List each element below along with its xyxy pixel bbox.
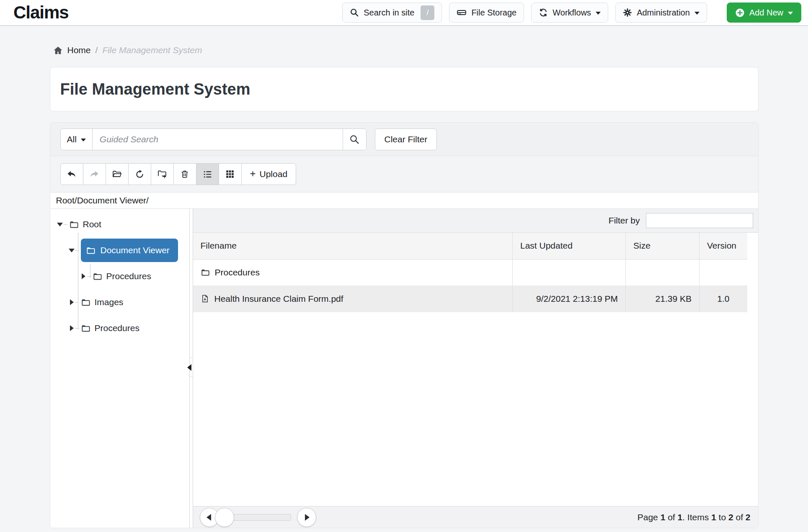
- file-last-updated: [513, 259, 626, 285]
- back-arrow-icon: [67, 169, 77, 179]
- file-storage-label: File Storage: [471, 8, 516, 18]
- grid-view-button[interactable]: [219, 163, 242, 185]
- forward-button[interactable]: [83, 163, 106, 185]
- right-arrow-icon: [305, 514, 310, 521]
- forward-arrow-icon: [89, 169, 99, 179]
- file-table: Filename Last Updated Size Version: [193, 233, 747, 312]
- tree-item-procedures[interactable]: Procedures: [57, 315, 189, 341]
- list-view-button[interactable]: [196, 163, 219, 185]
- tree-connector-stub: [75, 328, 79, 329]
- tree-expand-caret-icon[interactable]: [69, 325, 75, 331]
- file-table-area: Filename Last Updated Size Version: [193, 233, 758, 506]
- tree-item-procedures-child[interactable]: Procedures: [57, 263, 189, 289]
- search-in-site-button[interactable]: Search in site /: [342, 3, 442, 23]
- search-in-site-label: Search in site: [364, 8, 414, 18]
- upload-label: Upload: [260, 169, 288, 179]
- column-header-size[interactable]: Size: [626, 233, 700, 259]
- breadcrumb: Home / File Management System: [53, 45, 755, 55]
- trash-icon: [180, 170, 189, 179]
- refresh-button[interactable]: [128, 163, 151, 185]
- tree-connector-stub: [75, 302, 79, 303]
- file-storage-button[interactable]: File Storage: [449, 3, 524, 23]
- splitter-tick: [190, 357, 193, 358]
- plus-circle-icon: [735, 8, 745, 18]
- breadcrumb-home-link[interactable]: Home: [67, 45, 91, 55]
- column-header-version[interactable]: Version: [700, 233, 747, 259]
- current-path-bar: Root/Document Viewer/: [50, 192, 758, 209]
- guided-search-input[interactable]: [93, 129, 343, 150]
- upload-button[interactable]: + Upload: [241, 163, 297, 185]
- search-scope-value: All: [67, 134, 77, 144]
- file-size: [626, 259, 700, 285]
- file-name: Health Insurance Claim Form.pdf: [214, 294, 343, 304]
- open-folder-button[interactable]: [106, 163, 129, 185]
- current-path: Root/Document Viewer/: [56, 195, 149, 206]
- collapse-panel-handle-icon[interactable]: [187, 364, 191, 371]
- column-header-last-updated[interactable]: Last Updated: [513, 233, 626, 259]
- workflows-menu-button[interactable]: Workflows: [531, 3, 608, 23]
- top-navigation-bar: Claims Search in site / File Storage Wor…: [0, 0, 808, 26]
- search-input-group: All: [60, 129, 367, 150]
- guided-search-bar: All Clear Filter: [50, 123, 758, 156]
- tree-item-label: Images: [95, 297, 124, 307]
- gear-icon: [623, 8, 632, 17]
- column-header-filename[interactable]: Filename: [193, 233, 513, 259]
- scrollbar-track[interactable]: [227, 514, 291, 521]
- open-folder-icon: [112, 169, 122, 179]
- file-version: 1.0: [700, 285, 747, 312]
- tree-expand-caret-icon[interactable]: [57, 221, 63, 227]
- left-arrow-icon: [207, 514, 211, 521]
- table-header-row: Filename Last Updated Size Version: [193, 233, 747, 259]
- search-scope-select[interactable]: All: [61, 129, 93, 150]
- tree-expand-caret-icon[interactable]: [69, 299, 75, 305]
- delete-button[interactable]: [173, 163, 196, 185]
- tree-selected-item[interactable]: Document Viewer: [81, 239, 178, 262]
- splitter-tick: [190, 376, 193, 377]
- search-icon: [350, 8, 359, 17]
- search-submit-button[interactable]: [343, 129, 366, 150]
- tree-connector-stub: [64, 224, 67, 225]
- tree-expand-caret-icon[interactable]: [80, 273, 86, 279]
- folder-icon: [201, 268, 210, 277]
- slash-shortcut-badge: /: [421, 5, 434, 20]
- breadcrumb-current-page: File Management System: [102, 45, 202, 55]
- hard-drive-icon: [457, 8, 467, 18]
- clear-filter-button[interactable]: Clear Filter: [375, 129, 437, 150]
- add-new-button[interactable]: Add New: [727, 3, 801, 23]
- tree-item-document-viewer[interactable]: Document Viewer: [57, 237, 189, 263]
- refresh-icon: [135, 170, 145, 179]
- topbar-actions: Search in site / File Storage Workflows …: [342, 3, 801, 23]
- table-row-folder-procedures[interactable]: Procedures: [193, 259, 747, 285]
- tree-item-root[interactable]: Root: [57, 211, 189, 237]
- panel-splitter[interactable]: [189, 209, 193, 528]
- app-logo: Claims: [13, 3, 69, 23]
- folder-tree-panel: Root Document Viewer: [50, 209, 189, 528]
- home-icon: [53, 46, 63, 55]
- file-version: [700, 259, 747, 285]
- horizontal-scroller: [200, 508, 316, 527]
- folder-icon: [69, 220, 79, 229]
- file-size: 21.39 KB: [626, 285, 700, 312]
- tree-connector-stub: [75, 250, 79, 251]
- folder-icon: [86, 246, 96, 255]
- file-name: Procedures: [215, 267, 260, 278]
- administration-menu-button[interactable]: Administration: [615, 3, 707, 23]
- breadcrumb-separator: /: [96, 45, 98, 55]
- page-info: Page 1 of 1. Items 1 to 2 of 2: [638, 512, 751, 522]
- scrollbar-thumb[interactable]: [215, 508, 234, 527]
- plus-icon: +: [250, 169, 256, 179]
- new-folder-button[interactable]: [151, 163, 174, 185]
- scroll-right-button[interactable]: [297, 508, 316, 527]
- tree-expand-caret-icon[interactable]: [69, 247, 75, 253]
- filter-by-input[interactable]: [646, 213, 753, 228]
- tree-item-images[interactable]: Images: [57, 289, 189, 315]
- table-row-pdf-file[interactable]: Health Insurance Claim Form.pdf 9/2/2021…: [193, 285, 747, 312]
- folder-icon: [81, 298, 90, 307]
- tree-item-label: Procedures: [95, 323, 139, 333]
- pagination-bar: Page 1 of 1. Items 1 to 2 of 2: [193, 506, 758, 528]
- pdf-file-icon: [201, 294, 209, 303]
- file-manager-card: All Clear Filter: [50, 122, 759, 528]
- file-list-panel: Filter by Filename Last Updated Size Ver…: [193, 209, 758, 528]
- tree-item-label: Root: [83, 219, 101, 229]
- back-button[interactable]: [60, 163, 83, 185]
